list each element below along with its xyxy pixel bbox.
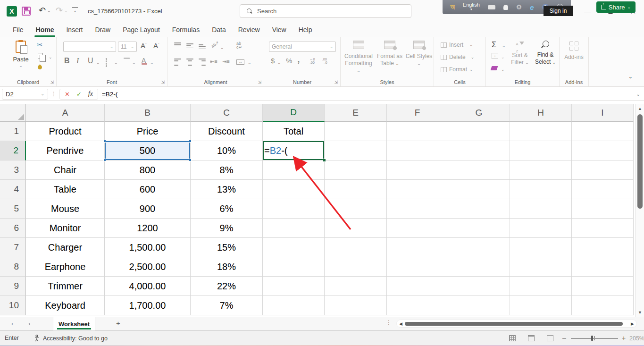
cell-A8[interactable]: Earphone: [26, 257, 105, 277]
align-right-icon[interactable]: [199, 59, 206, 66]
number-dialog-launcher-icon[interactable]: ⇲: [334, 80, 338, 84]
merge-center-icon[interactable]: ↔: [236, 59, 244, 65]
cell-G2[interactable]: [448, 141, 510, 160]
quick-access-customize-icon[interactable]: ⌄: [72, 7, 78, 13]
cut-icon[interactable]: ✂: [37, 41, 43, 49]
tab-help[interactable]: Help: [293, 23, 318, 37]
cell-G9[interactable]: [448, 277, 510, 296]
cell-I3[interactable]: [572, 160, 634, 180]
cell-I8[interactable]: [572, 257, 634, 277]
cell-H1[interactable]: [510, 122, 572, 141]
wrap-text-icon[interactable]: abc↵: [236, 42, 242, 49]
cell-A9[interactable]: Trimmer: [26, 277, 105, 296]
undo-caret-icon[interactable]: ⌄: [47, 8, 51, 13]
merge-caret-icon[interactable]: ⌄: [248, 60, 251, 65]
alignment-dialog-launcher-icon[interactable]: ⇲: [258, 80, 261, 84]
cell-F4[interactable]: [387, 180, 448, 199]
scroll-down-icon[interactable]: ▼: [636, 310, 644, 315]
vertical-scrollbar[interactable]: ▲ ▼: [635, 104, 644, 317]
ime-icon[interactable]: [503, 5, 508, 10]
copy-caret-icon[interactable]: ⌄: [49, 55, 52, 59]
cell-H2[interactable]: [510, 141, 572, 160]
percent-style-icon[interactable]: %: [286, 57, 292, 65]
format-painter-icon[interactable]: [37, 64, 43, 70]
cell-E2[interactable]: [325, 141, 387, 160]
undo-icon[interactable]: ↶: [39, 5, 46, 16]
enter-icon[interactable]: ✓: [76, 91, 82, 98]
cell-H7[interactable]: [510, 238, 572, 257]
horizontal-scrollbar[interactable]: ◀ ▶: [396, 320, 637, 328]
cell-A2[interactable]: Pendrive: [26, 141, 105, 160]
keyboard-icon[interactable]: [488, 5, 495, 9]
cell-H6[interactable]: [510, 219, 572, 238]
language-selector[interactable]: English▾: [463, 2, 480, 12]
cell-D4[interactable]: [263, 180, 325, 199]
decrease-indent-icon[interactable]: ⇤≡: [210, 59, 217, 65]
accessibility-status[interactable]: Accessibility: Good to go: [34, 335, 108, 342]
autosum-icon[interactable]: Σ: [492, 41, 496, 49]
cell-C3[interactable]: 8%: [191, 160, 263, 180]
cell-B1[interactable]: Price: [105, 122, 191, 141]
zoom-out-icon[interactable]: –: [562, 334, 566, 342]
number-format-combo[interactable]: General⌄: [269, 42, 336, 52]
scroll-up-icon[interactable]: ▲: [636, 106, 644, 111]
row-header-10[interactable]: 10: [0, 296, 26, 315]
font-dialog-launcher-icon[interactable]: ⇲: [161, 80, 165, 84]
cell-E4[interactable]: [325, 180, 387, 199]
autosum-caret-icon[interactable]: ⌄: [502, 43, 506, 48]
clear-caret-icon[interactable]: ⌄: [501, 67, 505, 72]
row-header-5[interactable]: 5: [0, 199, 26, 219]
increase-decimal-icon[interactable]: ←0.00: [309, 58, 315, 64]
tab-file[interactable]: File: [7, 23, 30, 37]
selection-handle[interactable]: [189, 140, 192, 143]
italic-icon[interactable]: I: [76, 57, 79, 65]
cell-F1[interactable]: [387, 122, 448, 141]
formula-input[interactable]: =B2-(: [102, 91, 117, 98]
insert-function-icon[interactable]: fx: [88, 90, 93, 98]
column-header-F[interactable]: F: [387, 104, 448, 122]
cell-A1[interactable]: Product: [26, 122, 105, 141]
vertical-scroll-thumb[interactable]: [637, 114, 643, 209]
cell-B10[interactable]: 1,700.00: [105, 296, 191, 315]
next-sheet-icon[interactable]: ›: [28, 320, 30, 327]
cell-B5[interactable]: 900: [105, 199, 191, 219]
font-size-combo[interactable]: 11⌄: [118, 42, 137, 52]
collapse-ribbon-icon[interactable]: ⌄: [628, 74, 633, 80]
row-header-2[interactable]: 2: [0, 141, 26, 160]
fill-color-icon[interactable]: [124, 59, 130, 59]
select-all-corner[interactable]: [0, 104, 26, 122]
fill-handle[interactable]: [323, 159, 326, 162]
cell-G3[interactable]: [448, 160, 510, 180]
page-layout-view-icon[interactable]: [528, 335, 535, 341]
cell-I4[interactable]: [572, 180, 634, 199]
align-center-icon[interactable]: [186, 59, 193, 66]
fill-color-caret-icon[interactable]: ⌄: [132, 60, 136, 65]
cell-C7[interactable]: 15%: [191, 238, 263, 257]
column-header-I[interactable]: I: [572, 104, 634, 122]
cell-H8[interactable]: [510, 257, 572, 277]
cell-G1[interactable]: [448, 122, 510, 141]
column-header-D[interactable]: D: [263, 104, 325, 122]
sheet-tab-worksheet[interactable]: Worksheet: [53, 317, 95, 330]
cell-B3[interactable]: 800: [105, 160, 191, 180]
zoom-slider-thumb[interactable]: [591, 336, 593, 341]
comma-style-icon[interactable]: ,: [297, 54, 300, 65]
page-break-view-icon[interactable]: [547, 335, 553, 341]
cell-A4[interactable]: Table: [26, 180, 105, 199]
cell-I2[interactable]: [572, 141, 634, 160]
column-header-A[interactable]: A: [26, 104, 105, 122]
cell-A10[interactable]: Keyboard: [26, 296, 105, 315]
borders-icon[interactable]: [106, 59, 107, 67]
zoom-level[interactable]: 205%: [629, 335, 644, 342]
align-top-icon[interactable]: [174, 42, 181, 47]
save-icon[interactable]: [22, 7, 31, 16]
tab-draw[interactable]: Draw: [89, 23, 117, 37]
cell-D10[interactable]: [263, 296, 325, 315]
tab-data[interactable]: Data: [206, 23, 232, 37]
cell-F2[interactable]: [387, 141, 448, 160]
clipboard-dialog-launcher-icon[interactable]: ⇲: [50, 80, 54, 84]
cell-D6[interactable]: [263, 219, 325, 238]
cancel-icon[interactable]: ✕: [65, 91, 70, 98]
scrollbar-grip-icon[interactable]: ⋮: [386, 319, 392, 326]
cell-C1[interactable]: Discount: [191, 122, 263, 141]
